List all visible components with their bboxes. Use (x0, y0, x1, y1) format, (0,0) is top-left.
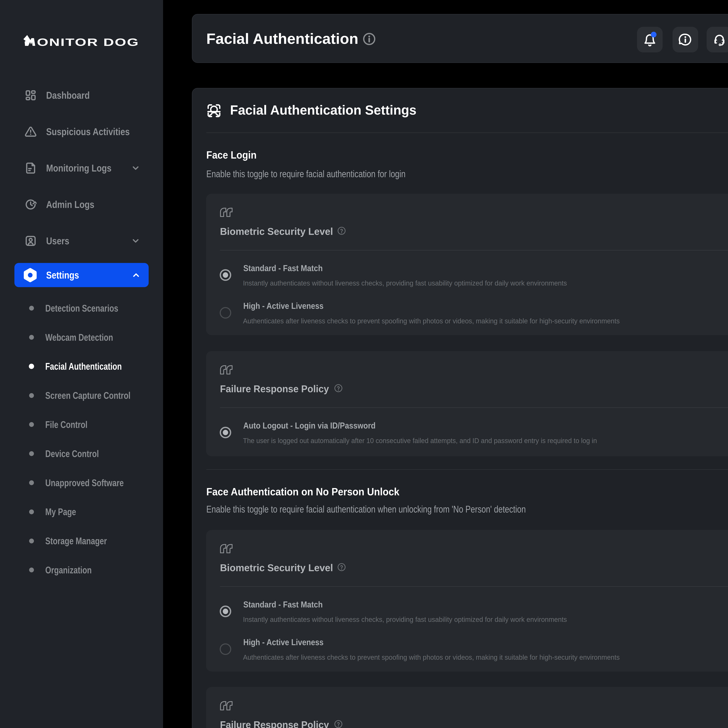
svg-text:ONITOR DOG: ONITOR DOG (37, 37, 139, 47)
